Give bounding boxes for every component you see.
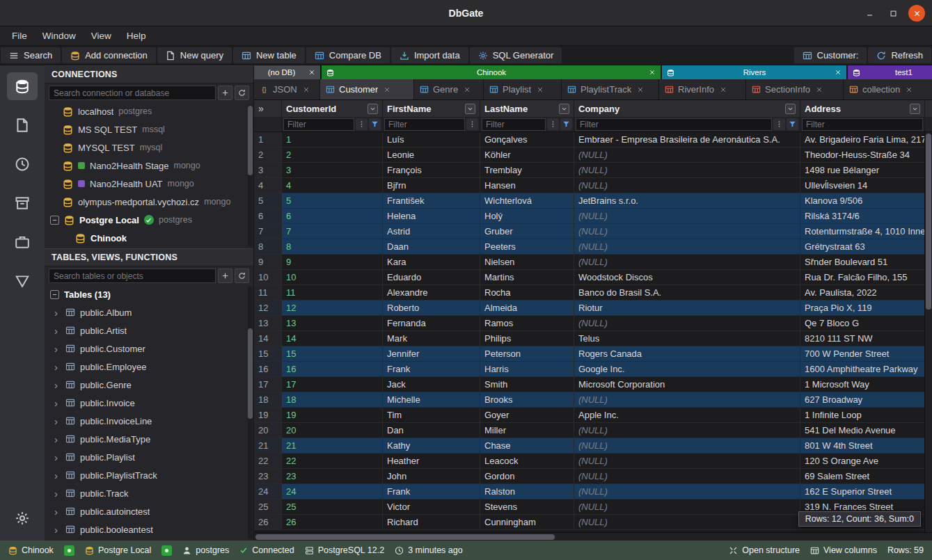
row-number[interactable]: 22 [254, 454, 282, 468]
compare-db-button[interactable]: Compare DB [306, 47, 390, 63]
cell-firstname[interactable]: Daan [383, 239, 480, 254]
cell-company[interactable]: (NULL) [574, 178, 800, 193]
close-button[interactable] [908, 5, 925, 22]
connection-chinook[interactable]: Chinook [45, 229, 253, 247]
menu-window[interactable]: Window [35, 26, 84, 45]
filter-input-lastname[interactable] [482, 118, 546, 131]
cell-firstname[interactable]: Kara [383, 255, 480, 269]
column-menu-icon[interactable] [465, 104, 475, 114]
cell-address[interactable]: Av. Brigadeiro Faria Lima, 2170 [800, 132, 925, 147]
expand-icon[interactable]: › [54, 415, 61, 427]
table-row[interactable]: 1212RobertoAlmeidaRioturPraça Pio X, 119 [254, 301, 932, 316]
cell-firstname[interactable]: Victor [383, 499, 480, 514]
cell-company[interactable]: Apple Inc. [574, 408, 800, 422]
filter-menu-icon[interactable] [356, 118, 368, 130]
cell-address[interactable]: Rilská 3174/6 [800, 209, 925, 223]
connection-nano2health-uat[interactable]: Nano2Health UATmongo [45, 175, 253, 193]
cell-company[interactable]: (NULL) [574, 438, 800, 453]
import-data-button[interactable]: Import data [391, 47, 468, 63]
close-icon[interactable] [537, 86, 544, 93]
cell-address[interactable]: Sřnder Boulevard 51 [800, 255, 925, 269]
tab-genre[interactable]: Genre [414, 79, 484, 99]
current-table-button[interactable]: Customer: [794, 47, 867, 63]
cell-firstname[interactable]: Michelle [383, 392, 480, 407]
cell-customerid[interactable]: 24 [282, 484, 383, 499]
tab-playlisttrack[interactable]: PlaylistTrack [562, 79, 659, 99]
cell-firstname[interactable]: Helena [383, 209, 480, 223]
close-icon[interactable] [835, 69, 842, 76]
cell-address[interactable]: Grétrystraat 63 [800, 239, 925, 254]
cell-lastname[interactable]: Philips [480, 331, 574, 346]
cell-address[interactable]: 627 Broadway [800, 392, 925, 407]
cell-lastname[interactable]: Almeida [480, 301, 574, 315]
table-item-public-customer[interactable]: ›public.Customer [45, 339, 253, 358]
cell-customerid[interactable]: 2 [282, 147, 383, 162]
cell-customerid[interactable]: 3 [282, 163, 383, 177]
filter-menu-icon[interactable] [773, 118, 785, 130]
menu-help[interactable]: Help [119, 26, 154, 45]
row-number[interactable]: 17 [254, 377, 282, 392]
row-number[interactable]: 19 [254, 408, 282, 422]
filter-menu-icon[interactable] [547, 118, 559, 130]
cell-address[interactable]: Theodor-Heuss-Straße 34 [800, 147, 925, 162]
table-row[interactable]: 2323JohnGordon(NULL)69 Salem Street [254, 469, 932, 484]
expand-icon[interactable]: › [54, 488, 61, 499]
cell-address[interactable]: 8210 111 ST NW [800, 331, 925, 346]
add-connection-button[interactable]: Add connection [62, 47, 156, 63]
filter-menu-icon[interactable] [466, 118, 478, 130]
cell-lastname[interactable]: Gonçalves [480, 132, 574, 147]
tab-riverinfo[interactable]: RiverInfo [659, 79, 746, 99]
tables-search-input[interactable] [49, 269, 216, 283]
filter-input-customerid[interactable] [283, 118, 354, 131]
vertical-scrollbar[interactable] [924, 132, 932, 532]
cell-address[interactable]: 69 Salem Street [800, 469, 925, 483]
cell-firstname[interactable]: Jennifer [383, 346, 480, 361]
column-header-customerid[interactable]: CustomerId [282, 100, 383, 117]
cell-firstname[interactable]: František [383, 193, 480, 208]
table-row[interactable]: 2222HeatherLeacock(NULL)120 S Orange Ave [254, 454, 932, 469]
column-header-address[interactable]: Address [800, 100, 925, 117]
cell-firstname[interactable]: Luís [383, 132, 480, 147]
cell-address[interactable]: Qe 7 Bloco G [800, 316, 925, 330]
cell-customerid[interactable]: 21 [282, 438, 383, 453]
cell-lastname[interactable]: Stevens [480, 499, 574, 514]
row-number[interactable]: 6 [254, 209, 282, 223]
expand-icon[interactable]: › [54, 379, 61, 391]
cell-customerid[interactable]: 13 [282, 316, 383, 330]
close-icon[interactable] [303, 86, 310, 93]
tab-playlist[interactable]: Playlist [484, 79, 562, 99]
table-row[interactable]: 99KaraNielsen(NULL)Sřnder Boulevard 51 [254, 255, 932, 270]
tables-scrollbar[interactable] [248, 287, 253, 539]
refresh-tables-icon[interactable] [235, 269, 249, 283]
expand-icon[interactable]: › [54, 470, 61, 481]
row-number[interactable]: 18 [254, 392, 282, 407]
expand-icon[interactable]: › [54, 433, 61, 445]
cell-company[interactable]: (NULL) [574, 423, 800, 438]
cell-lastname[interactable]: Ramos [480, 316, 574, 330]
close-icon[interactable] [906, 86, 913, 93]
tab-sectioninfo[interactable]: SectionInfo [746, 79, 844, 99]
cell-customerid[interactable]: 10 [282, 270, 383, 285]
cell-firstname[interactable]: Bjřrn [383, 178, 480, 193]
cell-firstname[interactable]: Frank [383, 362, 480, 376]
cell-address[interactable]: Praça Pio X, 119 [800, 301, 925, 315]
cell-lastname[interactable]: Goyer [480, 408, 574, 422]
history-widget[interactable] [7, 150, 38, 178]
cell-firstname[interactable]: Heather [383, 454, 480, 468]
cell-lastname[interactable]: Harris [480, 362, 574, 376]
cell-lastname[interactable]: Hansen [480, 178, 574, 193]
new-query-button[interactable]: New query [157, 47, 232, 63]
column-menu-icon[interactable] [368, 104, 378, 114]
cell-customerid[interactable]: 15 [282, 346, 383, 361]
close-icon[interactable] [308, 69, 315, 76]
table-row[interactable]: 1818MichelleBrooks(NULL)627 Broadway [254, 392, 932, 408]
cell-lastname[interactable]: Cunningham [480, 515, 574, 529]
expand-icon[interactable]: › [54, 506, 61, 518]
cell-company[interactable]: Woodstock Discos [574, 270, 800, 285]
cell-customerid[interactable]: 8 [282, 239, 383, 254]
cell-company[interactable]: (NULL) [574, 255, 800, 269]
cell-firstname[interactable]: Leonie [383, 147, 480, 162]
tab-group-test1[interactable]: test1 [848, 65, 932, 79]
table-row[interactable]: 44BjřrnHansen(NULL)Ullevĺlsveien 14 [254, 178, 932, 193]
collapse-icon[interactable]: − [50, 216, 59, 225]
